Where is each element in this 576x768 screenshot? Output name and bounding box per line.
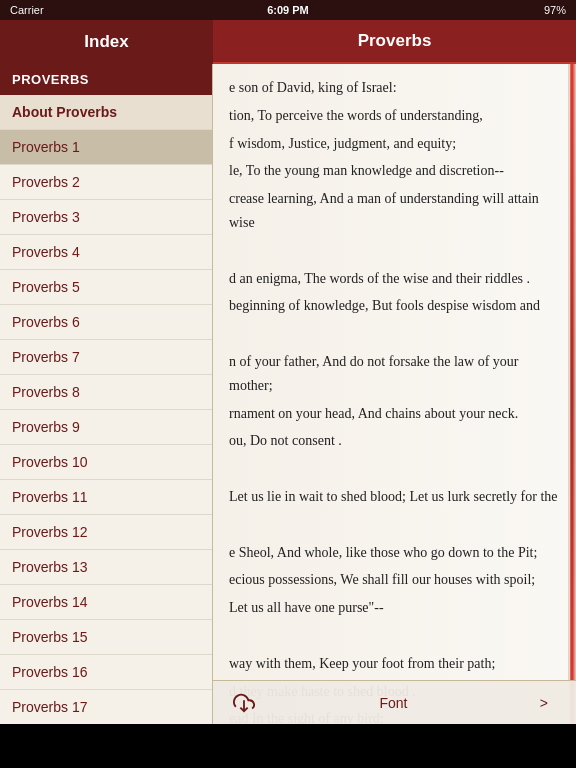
sidebar-item-16[interactable]: Proverbs 16: [0, 655, 212, 690]
content-line: f wisdom, Justice, judgment, and equity;: [229, 132, 560, 156]
nav-right-section[interactable]: Proverbs: [213, 20, 576, 64]
content-line: Let us all have one purse"--: [229, 596, 560, 620]
content-area[interactable]: e son of David, king of Israel:tion, To …: [213, 64, 576, 724]
time-label: 6:09 PM: [267, 4, 309, 16]
sidebar-item-1[interactable]: Proverbs 1: [0, 130, 212, 165]
sidebar-item-4[interactable]: Proverbs 4: [0, 235, 212, 270]
content-line: e Sheol, And whole, like those who go do…: [229, 541, 560, 565]
content-line: [229, 457, 560, 481]
content-line: ou, Do not consent .: [229, 429, 560, 453]
battery-label: 97%: [544, 4, 566, 16]
content-text: e son of David, king of Israel:tion, To …: [229, 76, 560, 724]
sidebar-item-12[interactable]: Proverbs 12: [0, 515, 212, 550]
nav-left-section[interactable]: Index: [0, 20, 213, 64]
content-line: tion, To perceive the words of understan…: [229, 104, 560, 128]
sidebar-item-9[interactable]: Proverbs 9: [0, 410, 212, 445]
sidebar-item-10[interactable]: Proverbs 10: [0, 445, 212, 480]
sidebar-item-7[interactable]: Proverbs 7: [0, 340, 212, 375]
sidebar-item-8[interactable]: Proverbs 8: [0, 375, 212, 410]
next-button[interactable]: >: [532, 691, 556, 715]
content-line: way with them, Keep your foot from their…: [229, 652, 560, 676]
content-line: [229, 624, 560, 648]
content-line: Let us lie in wait to shed blood; Let us…: [229, 485, 560, 509]
sidebar-item-11[interactable]: Proverbs 11: [0, 480, 212, 515]
font-button[interactable]: Font: [371, 691, 415, 715]
share-button[interactable]: [233, 692, 255, 714]
nav-bar: Index Proverbs: [0, 20, 576, 64]
content-line: [229, 239, 560, 263]
sidebar-item-3[interactable]: Proverbs 3: [0, 200, 212, 235]
nav-center-title: Proverbs: [358, 31, 432, 51]
sidebar-item-2[interactable]: Proverbs 2: [0, 165, 212, 200]
sidebar-item-17[interactable]: Proverbs 17: [0, 690, 212, 724]
content-line: ecious possessions, We shall fill our ho…: [229, 568, 560, 592]
sidebar-item-6[interactable]: Proverbs 6: [0, 305, 212, 340]
sidebar[interactable]: PROVERBS About ProverbsProverbs 1Proverb…: [0, 64, 213, 724]
content-line: d an enigma, The words of the wise and t…: [229, 267, 560, 291]
sidebar-item-15[interactable]: Proverbs 15: [0, 620, 212, 655]
content-line: [229, 322, 560, 346]
content-line: [229, 513, 560, 537]
bottom-toolbar: Font >: [213, 680, 576, 724]
sidebar-item-14[interactable]: Proverbs 14: [0, 585, 212, 620]
sidebar-header: PROVERBS: [0, 64, 212, 95]
main-container: PROVERBS About ProverbsProverbs 1Proverb…: [0, 64, 576, 724]
status-bar: Carrier 6:09 PM 97%: [0, 0, 576, 20]
content-line: e son of David, king of Israel:: [229, 76, 560, 100]
sidebar-item-5[interactable]: Proverbs 5: [0, 270, 212, 305]
content-line: rnament on your head, And chains about y…: [229, 402, 560, 426]
nav-left-title: Index: [84, 32, 128, 52]
carrier-label: Carrier: [10, 4, 44, 16]
content-line: le, To the young man knowledge and discr…: [229, 159, 560, 183]
red-accent-decoration: [570, 64, 576, 724]
content-line: beginning of knowledge, But fools despis…: [229, 294, 560, 318]
content-line: crease learning, And a man of understand…: [229, 187, 560, 235]
content-line: n of your father, And do not forsake the…: [229, 350, 560, 398]
sidebar-item-0[interactable]: About Proverbs: [0, 95, 212, 130]
sidebar-item-13[interactable]: Proverbs 13: [0, 550, 212, 585]
